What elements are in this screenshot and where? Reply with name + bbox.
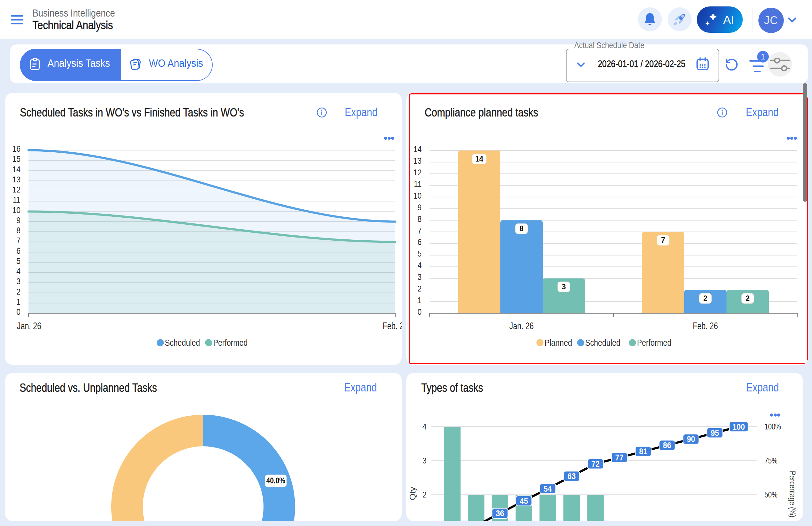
svg-text:13: 13 bbox=[12, 175, 20, 184]
svg-text:9: 9 bbox=[16, 216, 20, 225]
svg-text:Percentage (%): Percentage (%) bbox=[788, 471, 797, 517]
svg-text:16: 16 bbox=[12, 144, 20, 153]
svg-text:11: 11 bbox=[13, 195, 20, 204]
svg-text:Qty: Qty bbox=[408, 487, 417, 500]
svg-text:2: 2 bbox=[16, 287, 20, 296]
svg-text:7: 7 bbox=[16, 236, 20, 245]
svg-text:12: 12 bbox=[12, 185, 20, 194]
svg-text:Feb. 26: Feb. 26 bbox=[383, 321, 402, 331]
svg-text:45: 45 bbox=[520, 496, 528, 505]
svg-text:3: 3 bbox=[422, 456, 426, 465]
svg-text:6: 6 bbox=[16, 246, 20, 255]
svg-text:Performed: Performed bbox=[213, 337, 248, 347]
svg-text:3: 3 bbox=[16, 277, 20, 286]
svg-text:14: 14 bbox=[12, 165, 20, 173]
svg-text:81: 81 bbox=[639, 447, 648, 456]
svg-text:Jan. 26: Jan. 26 bbox=[17, 321, 41, 331]
svg-text:100%: 100% bbox=[765, 422, 781, 431]
svg-text:15: 15 bbox=[12, 155, 20, 164]
svg-text:77: 77 bbox=[615, 453, 624, 462]
svg-text:63: 63 bbox=[567, 472, 576, 481]
svg-text:4: 4 bbox=[16, 267, 20, 275]
svg-text:4: 4 bbox=[422, 422, 426, 431]
svg-text:95: 95 bbox=[711, 428, 719, 437]
svg-text:8: 8 bbox=[16, 226, 20, 235]
svg-text:50%: 50% bbox=[765, 490, 778, 499]
svg-text:10: 10 bbox=[12, 205, 20, 214]
svg-text:75%: 75% bbox=[765, 456, 778, 465]
svg-text:1: 1 bbox=[16, 297, 20, 306]
svg-text:36: 36 bbox=[496, 509, 504, 518]
svg-text:0: 0 bbox=[16, 308, 20, 316]
svg-text:86: 86 bbox=[663, 441, 671, 450]
svg-text:40.0%: 40.0% bbox=[266, 475, 285, 485]
svg-text:54: 54 bbox=[543, 484, 552, 493]
svg-text:Scheduled: Scheduled bbox=[165, 338, 200, 348]
svg-text:2: 2 bbox=[422, 490, 426, 499]
svg-text:5: 5 bbox=[16, 257, 20, 266]
svg-text:72: 72 bbox=[591, 459, 600, 468]
svg-text:100: 100 bbox=[733, 422, 745, 431]
svg-text:90: 90 bbox=[687, 435, 695, 443]
